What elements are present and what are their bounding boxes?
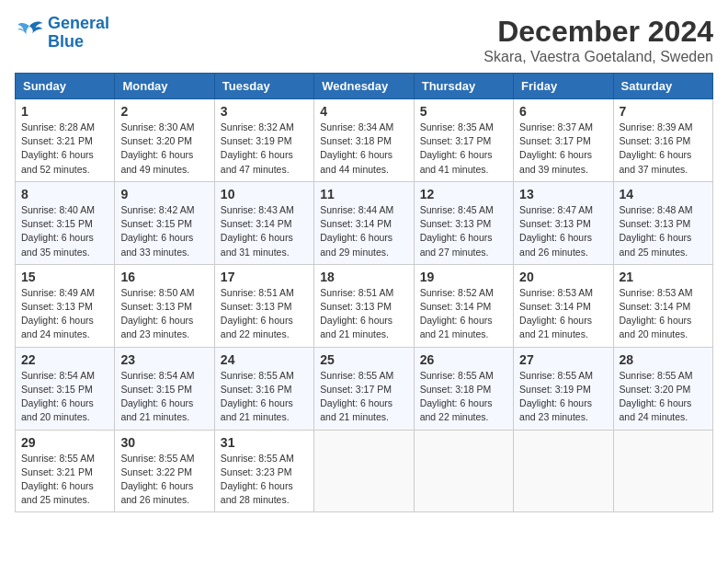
calendar-cell: 17Sunrise: 8:51 AMSunset: 3:13 PMDayligh… — [214, 264, 313, 347]
calendar-header-row: SundayMondayTuesdayWednesdayThursdayFrid… — [16, 74, 713, 99]
calendar-cell: 28Sunrise: 8:55 AMSunset: 3:20 PMDayligh… — [613, 347, 712, 430]
col-header-wednesday: Wednesday — [314, 74, 414, 99]
col-header-thursday: Thursday — [414, 74, 513, 99]
day-number: 5 — [420, 104, 507, 119]
calendar-cell — [514, 430, 613, 512]
calendar-cell: 15Sunrise: 8:49 AMSunset: 3:13 PMDayligh… — [16, 264, 115, 347]
day-info: Sunrise: 8:47 AMSunset: 3:13 PMDaylight:… — [519, 203, 607, 259]
day-number: 6 — [519, 104, 607, 119]
calendar-cell: 7Sunrise: 8:39 AMSunset: 3:16 PMDaylight… — [613, 99, 712, 182]
calendar-cell: 13Sunrise: 8:47 AMSunset: 3:13 PMDayligh… — [514, 181, 613, 264]
day-number: 31 — [221, 435, 308, 450]
day-info: Sunrise: 8:37 AMSunset: 3:17 PMDaylight:… — [519, 121, 607, 177]
day-number: 22 — [21, 352, 108, 367]
calendar-cell: 16Sunrise: 8:50 AMSunset: 3:13 PMDayligh… — [115, 264, 214, 347]
main-title: December 2024 — [483, 15, 713, 49]
col-header-tuesday: Tuesday — [214, 74, 313, 99]
header: General Blue December 2024 Skara, Vaestr… — [15, 15, 713, 65]
day-number: 2 — [120, 104, 208, 119]
calendar-cell — [414, 430, 513, 512]
logo-bird-icon — [15, 20, 44, 46]
calendar-cell: 19Sunrise: 8:52 AMSunset: 3:14 PMDayligh… — [414, 264, 513, 347]
day-number: 19 — [420, 270, 507, 284]
day-info: Sunrise: 8:55 AMSunset: 3:23 PMDaylight:… — [221, 452, 308, 508]
day-number: 11 — [320, 187, 407, 201]
col-header-monday: Monday — [115, 74, 214, 99]
day-info: Sunrise: 8:55 AMSunset: 3:22 PMDaylight:… — [120, 452, 208, 508]
day-number: 30 — [120, 435, 208, 450]
logo: General Blue — [15, 15, 109, 52]
calendar-cell: 8Sunrise: 8:40 AMSunset: 3:15 PMDaylight… — [16, 181, 115, 264]
day-info: Sunrise: 8:55 AMSunset: 3:20 PMDaylight:… — [620, 369, 707, 425]
calendar-cell: 9Sunrise: 8:42 AMSunset: 3:15 PMDaylight… — [115, 181, 214, 264]
day-number: 3 — [221, 104, 308, 119]
week-row-1: 1Sunrise: 8:28 AMSunset: 3:21 PMDaylight… — [16, 99, 713, 182]
sub-title: Skara, Vaestra Goetaland, Sweden — [483, 49, 713, 65]
day-number: 8 — [21, 187, 108, 201]
day-number: 15 — [21, 270, 108, 284]
day-number: 7 — [620, 104, 707, 119]
day-info: Sunrise: 8:55 AMSunset: 3:18 PMDaylight:… — [420, 369, 507, 425]
calendar-cell: 26Sunrise: 8:55 AMSunset: 3:18 PMDayligh… — [414, 347, 513, 430]
day-info: Sunrise: 8:55 AMSunset: 3:19 PMDaylight:… — [519, 369, 607, 425]
day-number: 29 — [21, 435, 108, 450]
calendar-cell: 24Sunrise: 8:55 AMSunset: 3:16 PMDayligh… — [214, 347, 313, 430]
calendar-cell: 12Sunrise: 8:45 AMSunset: 3:13 PMDayligh… — [414, 181, 513, 264]
day-info: Sunrise: 8:49 AMSunset: 3:13 PMDaylight:… — [21, 286, 108, 342]
day-number: 28 — [620, 352, 707, 367]
calendar-cell: 31Sunrise: 8:55 AMSunset: 3:23 PMDayligh… — [214, 430, 313, 512]
day-info: Sunrise: 8:39 AMSunset: 3:16 PMDaylight:… — [620, 121, 707, 177]
calendar-cell: 29Sunrise: 8:55 AMSunset: 3:21 PMDayligh… — [16, 430, 115, 512]
day-number: 23 — [120, 352, 208, 367]
day-number: 26 — [420, 352, 507, 367]
calendar-cell: 20Sunrise: 8:53 AMSunset: 3:14 PMDayligh… — [514, 264, 613, 347]
calendar-cell: 4Sunrise: 8:34 AMSunset: 3:18 PMDaylight… — [314, 99, 414, 182]
day-info: Sunrise: 8:48 AMSunset: 3:13 PMDaylight:… — [620, 203, 707, 259]
day-info: Sunrise: 8:40 AMSunset: 3:15 PMDaylight:… — [21, 203, 108, 259]
day-number: 18 — [320, 270, 407, 284]
day-number: 21 — [620, 270, 707, 284]
calendar-cell: 25Sunrise: 8:55 AMSunset: 3:17 PMDayligh… — [314, 347, 414, 430]
day-info: Sunrise: 8:50 AMSunset: 3:13 PMDaylight:… — [120, 286, 208, 342]
week-row-4: 22Sunrise: 8:54 AMSunset: 3:15 PMDayligh… — [16, 347, 713, 430]
week-row-5: 29Sunrise: 8:55 AMSunset: 3:21 PMDayligh… — [16, 430, 713, 512]
calendar-cell: 11Sunrise: 8:44 AMSunset: 3:14 PMDayligh… — [314, 181, 414, 264]
calendar-cell: 27Sunrise: 8:55 AMSunset: 3:19 PMDayligh… — [514, 347, 613, 430]
calendar-cell — [613, 430, 712, 512]
day-number: 10 — [221, 187, 308, 201]
day-info: Sunrise: 8:43 AMSunset: 3:14 PMDaylight:… — [221, 203, 308, 259]
calendar-cell: 14Sunrise: 8:48 AMSunset: 3:13 PMDayligh… — [613, 181, 712, 264]
week-row-2: 8Sunrise: 8:40 AMSunset: 3:15 PMDaylight… — [16, 181, 713, 264]
week-row-3: 15Sunrise: 8:49 AMSunset: 3:13 PMDayligh… — [16, 264, 713, 347]
logo-text: General Blue — [48, 15, 109, 52]
col-header-saturday: Saturday — [613, 74, 712, 99]
day-info: Sunrise: 8:53 AMSunset: 3:14 PMDaylight:… — [620, 286, 707, 342]
day-number: 27 — [519, 352, 607, 367]
day-info: Sunrise: 8:55 AMSunset: 3:17 PMDaylight:… — [320, 369, 407, 425]
calendar-cell: 23Sunrise: 8:54 AMSunset: 3:15 PMDayligh… — [115, 347, 214, 430]
title-area: December 2024 Skara, Vaestra Goetaland, … — [483, 15, 713, 65]
day-number: 4 — [320, 104, 407, 119]
day-info: Sunrise: 8:51 AMSunset: 3:13 PMDaylight:… — [320, 286, 407, 342]
day-info: Sunrise: 8:45 AMSunset: 3:13 PMDaylight:… — [420, 203, 507, 259]
calendar-cell: 1Sunrise: 8:28 AMSunset: 3:21 PMDaylight… — [16, 99, 115, 182]
day-info: Sunrise: 8:54 AMSunset: 3:15 PMDaylight:… — [21, 369, 108, 425]
col-header-friday: Friday — [514, 74, 613, 99]
day-info: Sunrise: 8:51 AMSunset: 3:13 PMDaylight:… — [221, 286, 308, 342]
day-info: Sunrise: 8:28 AMSunset: 3:21 PMDaylight:… — [21, 121, 108, 177]
calendar-cell — [314, 430, 414, 512]
calendar-table: SundayMondayTuesdayWednesdayThursdayFrid… — [15, 73, 713, 512]
calendar-cell: 21Sunrise: 8:53 AMSunset: 3:14 PMDayligh… — [613, 264, 712, 347]
col-header-sunday: Sunday — [16, 74, 115, 99]
logo-line2: Blue — [48, 32, 84, 51]
day-number: 16 — [120, 270, 208, 284]
day-number: 25 — [320, 352, 407, 367]
day-info: Sunrise: 8:30 AMSunset: 3:20 PMDaylight:… — [120, 121, 208, 177]
day-info: Sunrise: 8:35 AMSunset: 3:17 PMDaylight:… — [420, 121, 507, 177]
day-info: Sunrise: 8:44 AMSunset: 3:14 PMDaylight:… — [320, 203, 407, 259]
day-info: Sunrise: 8:53 AMSunset: 3:14 PMDaylight:… — [519, 286, 607, 342]
day-number: 24 — [221, 352, 308, 367]
day-info: Sunrise: 8:55 AMSunset: 3:16 PMDaylight:… — [221, 369, 308, 425]
logo-line1: General — [48, 14, 109, 32]
calendar-cell: 5Sunrise: 8:35 AMSunset: 3:17 PMDaylight… — [414, 99, 513, 182]
